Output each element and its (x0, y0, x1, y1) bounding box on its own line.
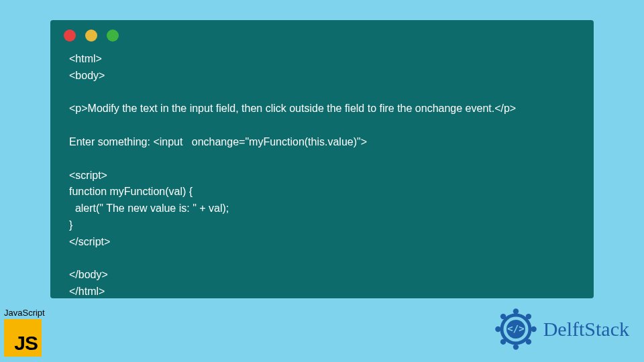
svg-point-2 (531, 326, 536, 332)
delftstack-brand: </> DelftStack (492, 306, 629, 353)
window-dot-yellow (85, 29, 97, 42)
window-dot-green (107, 29, 119, 42)
javascript-label: JavaScript (4, 308, 45, 318)
traffic-lights (50, 20, 594, 47)
code-window: <html> <body> <p>Modify the text in the … (50, 20, 594, 298)
javascript-logo-text: JS (14, 332, 38, 355)
javascript-logo-icon: JS (4, 319, 42, 357)
svg-point-4 (513, 344, 519, 349)
code-block: <html> <body> <p>Modify the text in the … (50, 47, 594, 308)
svg-point-0 (513, 308, 519, 314)
window-dot-red (64, 29, 76, 42)
delftstack-text: DelftStack (543, 318, 629, 341)
delftstack-logo-icon: </> (492, 306, 539, 353)
svg-text:</>: </> (507, 323, 524, 334)
svg-point-6 (495, 326, 500, 332)
javascript-badge: JavaScript JS (4, 308, 45, 357)
